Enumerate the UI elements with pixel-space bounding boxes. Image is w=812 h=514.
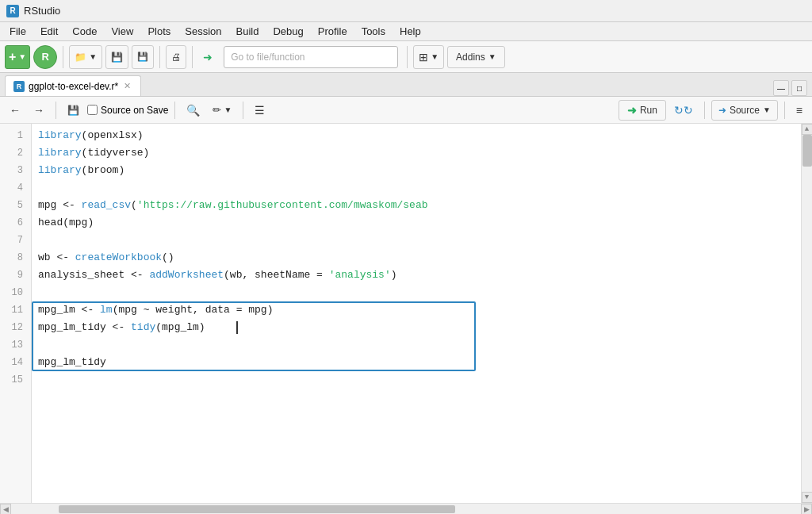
menu-code[interactable]: Code: [66, 24, 103, 39]
code-line-1: library(openxlsx): [38, 127, 795, 144]
addins-button[interactable]: Addins ▼: [447, 46, 505, 68]
menu-debug[interactable]: Debug: [266, 24, 309, 39]
align-icon: ≡: [796, 104, 802, 117]
horizontal-scrollbar[interactable]: ◀ ▶: [0, 503, 812, 514]
addins-arrow-icon: ▼: [488, 52, 496, 61]
menu-help[interactable]: Help: [393, 24, 427, 39]
goto-arrow-button[interactable]: ➜: [198, 45, 217, 69]
print-button[interactable]: 🖨: [166, 45, 186, 69]
tab-r-icon: R: [13, 81, 25, 92]
ed-separator-4: [704, 102, 705, 119]
source-on-save-checkbox[interactable]: [87, 105, 98, 115]
goto-input[interactable]: Go to file/function: [224, 46, 398, 68]
menu-file[interactable]: File: [3, 24, 33, 39]
line-num-11: 11: [0, 301, 26, 319]
app-title: RStudio: [24, 5, 60, 17]
code-line-8: wb <- createWorkbook(): [38, 249, 795, 267]
line-num-10: 10: [0, 284, 26, 301]
folder-icon: 📁: [75, 52, 86, 63]
addins-label: Addins: [456, 52, 485, 63]
new-file-button[interactable]: + ▼: [5, 45, 30, 69]
save-icon: 💾: [111, 52, 123, 63]
code-line-5: mpg <- read_csv('https://raw.githubuserc…: [38, 197, 795, 214]
goto-placeholder: Go to file/function: [231, 52, 304, 63]
editor-tab[interactable]: R ggplot-to-excel-dev.r* ✕: [5, 75, 141, 96]
source-on-save-label[interactable]: Source on Save: [87, 105, 168, 116]
hscroll-thumb[interactable]: [59, 505, 455, 513]
tab-controls: — □: [768, 80, 812, 96]
toolbar-separator-1: [63, 46, 63, 68]
back-button[interactable]: ←: [5, 100, 25, 121]
scroll-up-button[interactable]: ▲: [802, 124, 813, 135]
grid-dropdown[interactable]: ▼: [431, 52, 439, 61]
line-num-13: 13: [0, 336, 26, 354]
menu-session[interactable]: Session: [178, 24, 228, 39]
search-button[interactable]: 🔍: [182, 100, 205, 121]
line-num-7: 7: [0, 232, 26, 249]
line-num-1: 1: [0, 127, 26, 144]
menu-view[interactable]: View: [105, 24, 140, 39]
open-dropdown-arrow[interactable]: ▼: [89, 52, 97, 61]
line-num-6: 6: [0, 214, 26, 232]
code-line-3: library(broom): [38, 162, 795, 179]
save-button[interactable]: 💾: [105, 45, 128, 69]
menu-profile[interactable]: Profile: [312, 24, 354, 39]
print-icon: 🖨: [171, 52, 181, 63]
source-label: Source: [730, 105, 760, 116]
open-folder-button[interactable]: 📁 ▼: [69, 45, 102, 69]
tab-bar: R ggplot-to-excel-dev.r* ✕ — □: [0, 73, 812, 97]
back-icon: ←: [10, 104, 21, 117]
code-line-2: library(tidyverse): [38, 144, 795, 162]
ed-separator-3: [243, 102, 243, 119]
code-line-11: mpg_lm <- lm(mpg ~ weight, data = mpg): [38, 301, 795, 319]
tab-close-button[interactable]: ✕: [122, 81, 132, 91]
maximize-editor-button[interactable]: □: [791, 80, 807, 96]
code-tools-arrow[interactable]: ▼: [224, 105, 232, 114]
code-area[interactable]: 1 2 3 4 5 6 7 8 9 10 11 12 13 14 15 libr…: [0, 124, 812, 503]
menu-bar: File Edit Code View Plots Session Build …: [0, 22, 812, 41]
menu-edit[interactable]: Edit: [34, 24, 64, 39]
forward-icon: →: [33, 104, 44, 117]
minimize-editor-button[interactable]: —: [773, 80, 789, 96]
open-button[interactable]: R: [33, 45, 57, 69]
code-line-6: head(mpg): [38, 214, 795, 232]
line-num-12: 12: [0, 319, 26, 336]
code-line-15: [38, 371, 795, 389]
source-button[interactable]: ➜ Source ▼: [711, 100, 778, 121]
rerun-button[interactable]: ↻↻: [669, 100, 698, 121]
scroll-right-button[interactable]: ▶: [801, 504, 812, 515]
line-num-3: 3: [0, 162, 26, 179]
grid-button[interactable]: ⊞ ▼: [413, 45, 444, 69]
menu-build[interactable]: Build: [230, 24, 266, 39]
run-button[interactable]: ➜ Run: [619, 100, 666, 121]
code-editor[interactable]: library(openxlsx) library(tidyverse) lib…: [32, 124, 801, 503]
run-label: Run: [640, 105, 657, 116]
run-arrow-icon: ➜: [627, 104, 637, 117]
ed-save-icon: 💾: [67, 105, 79, 116]
source-dropdown-arrow[interactable]: ▼: [763, 105, 771, 114]
code-tools-button[interactable]: ✏ ▼: [208, 100, 236, 121]
scroll-left-button[interactable]: ◀: [0, 504, 11, 515]
scroll-thumb[interactable]: [802, 135, 812, 167]
menu-tools[interactable]: Tools: [355, 24, 392, 39]
scroll-down-button[interactable]: ▼: [802, 492, 813, 503]
line-num-8: 8: [0, 249, 26, 267]
scroll-track[interactable]: [802, 135, 813, 492]
align-right-button[interactable]: ≡: [791, 100, 807, 121]
save-all-button[interactable]: 💾: [132, 45, 154, 69]
outline-button[interactable]: ☰: [250, 100, 270, 121]
save-all-icon: 💾: [137, 52, 148, 62]
wand-icon: ✏: [213, 104, 221, 116]
line-num-9: 9: [0, 267, 26, 284]
ed-save-button[interactable]: 💾: [63, 100, 84, 121]
forward-button[interactable]: →: [29, 100, 49, 121]
line-num-5: 5: [0, 197, 26, 214]
source-arrow-icon: ➜: [718, 105, 726, 116]
line-numbers: 1 2 3 4 5 6 7 8 9 10 11 12 13 14 15: [0, 124, 32, 503]
vertical-scrollbar[interactable]: ▲ ▼: [801, 124, 812, 503]
rerun-icon: ↻↻: [674, 104, 693, 117]
line-num-4: 4: [0, 179, 26, 197]
new-file-dropdown-arrow[interactable]: ▼: [18, 52, 26, 61]
menu-plots[interactable]: Plots: [141, 24, 177, 39]
hscroll-track[interactable]: [11, 504, 801, 514]
